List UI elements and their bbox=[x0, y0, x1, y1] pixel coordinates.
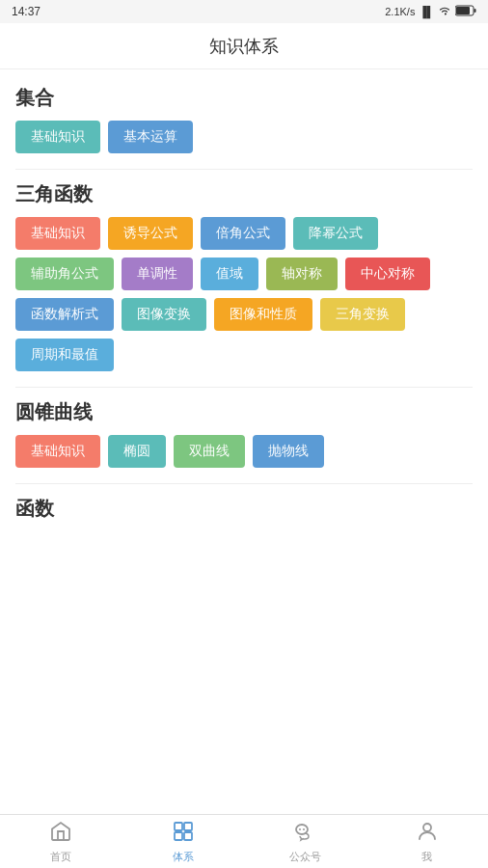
nav-home-label: 首页 bbox=[50, 850, 71, 864]
nav-wechat-label: 公众号 bbox=[289, 850, 321, 864]
svg-point-9 bbox=[303, 828, 305, 830]
status-right: 2.1K/s ▐▌ bbox=[385, 5, 476, 18]
tag-conic-3[interactable]: 抛物线 bbox=[253, 435, 324, 468]
tag-trigonometry-6[interactable]: 值域 bbox=[201, 258, 258, 290]
nav-wechat[interactable]: 公众号 bbox=[244, 815, 366, 868]
svg-point-10 bbox=[423, 824, 431, 831]
tag-trigonometry-11[interactable]: 图像和性质 bbox=[214, 298, 312, 331]
divider bbox=[15, 483, 473, 484]
tags-sets: 基础知识基本运算 bbox=[15, 121, 473, 153]
divider bbox=[15, 169, 473, 170]
tags-trigonometry: 基础知识诱导公式倍角公式降幂公式辅助角公式单调性值域轴对称中心对称函数解析式图像… bbox=[15, 217, 473, 371]
svg-rect-1 bbox=[456, 7, 470, 14]
section-title-sets: 集合 bbox=[15, 85, 473, 111]
divider bbox=[15, 387, 473, 388]
nav-system-label: 体系 bbox=[173, 850, 194, 864]
battery-icon bbox=[455, 5, 476, 18]
nav-profile-label: 我 bbox=[421, 850, 432, 864]
tag-trigonometry-7[interactable]: 轴对称 bbox=[266, 258, 338, 290]
svg-rect-5 bbox=[175, 832, 182, 840]
tag-trigonometry-13[interactable]: 周期和最值 bbox=[15, 339, 114, 371]
tag-conic-0[interactable]: 基础知识 bbox=[15, 435, 100, 468]
section-conic: 圆锥曲线基础知识椭圆双曲线抛物线 bbox=[15, 387, 473, 468]
wifi-icon bbox=[438, 5, 451, 18]
tag-trigonometry-12[interactable]: 三角变换 bbox=[320, 298, 405, 331]
section-trigonometry: 三角函数基础知识诱导公式倍角公式降幂公式辅助角公式单调性值域轴对称中心对称函数解… bbox=[15, 169, 473, 371]
grid-icon bbox=[172, 820, 195, 847]
tag-trigonometry-10[interactable]: 图像变换 bbox=[122, 298, 206, 331]
main-content: 集合基础知识基本运算三角函数基础知识诱导公式倍角公式降幂公式辅助角公式单调性值域… bbox=[0, 69, 488, 814]
section-title-conic: 圆锥曲线 bbox=[15, 399, 473, 425]
user-icon bbox=[416, 820, 439, 847]
tags-conic: 基础知识椭圆双曲线抛物线 bbox=[15, 435, 473, 468]
svg-rect-6 bbox=[184, 832, 192, 840]
tag-trigonometry-9[interactable]: 函数解析式 bbox=[15, 298, 114, 331]
tag-sets-1[interactable]: 基本运算 bbox=[108, 121, 193, 153]
status-bar: 14:37 2.1K/s ▐▌ bbox=[0, 0, 488, 23]
nav-home[interactable]: 首页 bbox=[0, 815, 122, 868]
svg-rect-4 bbox=[184, 823, 192, 830]
status-time: 14:37 bbox=[12, 5, 41, 18]
page-title: 知识体系 bbox=[209, 35, 279, 58]
section-functions: 函数 bbox=[15, 483, 473, 522]
tag-trigonometry-5[interactable]: 单调性 bbox=[122, 258, 193, 290]
svg-point-8 bbox=[299, 828, 301, 830]
nav-profile[interactable]: 我 bbox=[366, 815, 489, 868]
bottom-nav: 首页 体系 公众号 bbox=[0, 814, 488, 868]
tag-trigonometry-2[interactable]: 倍角公式 bbox=[201, 217, 285, 250]
tag-trigonometry-1[interactable]: 诱导公式 bbox=[108, 217, 193, 250]
tag-trigonometry-4[interactable]: 辅助角公式 bbox=[15, 258, 114, 290]
svg-rect-2 bbox=[474, 9, 476, 13]
tag-sets-0[interactable]: 基础知识 bbox=[15, 121, 100, 153]
signal-icon: ▐▌ bbox=[419, 6, 434, 17]
section-title-trigonometry: 三角函数 bbox=[15, 181, 473, 207]
network-speed: 2.1K/s bbox=[385, 6, 415, 17]
home-icon bbox=[49, 820, 72, 847]
section-title-functions: 函数 bbox=[15, 496, 473, 522]
tag-conic-1[interactable]: 椭圆 bbox=[108, 435, 166, 468]
wechat-icon bbox=[293, 820, 316, 847]
nav-system[interactable]: 体系 bbox=[122, 815, 245, 868]
tag-trigonometry-3[interactable]: 降幂公式 bbox=[293, 217, 378, 250]
section-sets: 集合基础知识基本运算 bbox=[15, 85, 473, 153]
svg-rect-3 bbox=[175, 823, 182, 830]
tag-trigonometry-0[interactable]: 基础知识 bbox=[15, 217, 100, 250]
tag-conic-2[interactable]: 双曲线 bbox=[174, 435, 245, 468]
header: 知识体系 bbox=[0, 23, 488, 69]
tag-trigonometry-8[interactable]: 中心对称 bbox=[345, 258, 430, 290]
